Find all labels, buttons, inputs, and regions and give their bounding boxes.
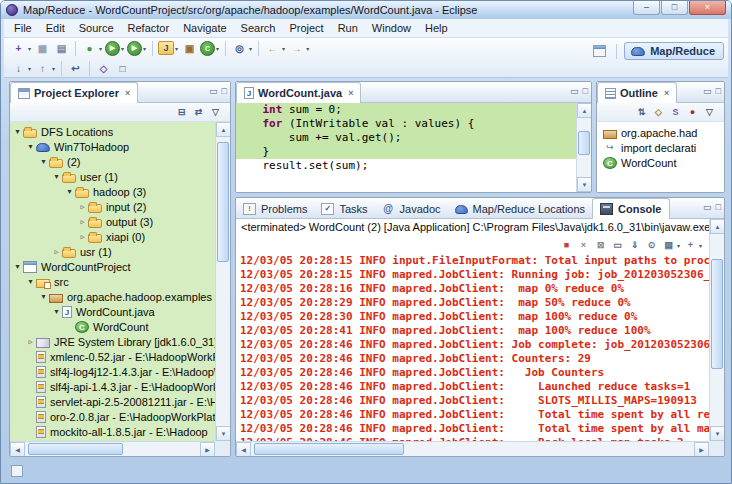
expand-arrow-icon[interactable]: ▹ [25,335,36,349]
close-editor-icon[interactable]: × [348,88,353,98]
outline-item[interactable]: org.apache.had [597,125,724,140]
terminate-icon[interactable]: ■ [559,238,574,253]
pin-console-icon[interactable]: ⊙ [644,238,659,253]
open-type-icon[interactable]: ◇ [95,60,112,77]
search-dropdown-icon[interactable]: ▾ [249,45,252,52]
run-dropdown-icon[interactable]: ▾ [121,45,124,52]
maximize-view-icon[interactable]: □ [716,202,721,212]
title-bar[interactable]: Map/Reduce - WordCountProject/src/org/ap… [1,1,731,19]
statusbar-icon[interactable] [11,465,23,477]
tab-javadoc[interactable]: Javadoc [375,198,448,219]
tree-item[interactable]: slf4j-api-1.4.3.jar - E:\HadoopWork [10,379,215,394]
collapse-arrow-icon[interactable]: ▾ [12,262,23,271]
search-icon[interactable]: ◎ [231,40,248,57]
scroll-left-icon[interactable]: ◀ [236,442,251,457]
tree-item[interactable]: ▾(2) [10,154,215,169]
sort-icon[interactable]: ⇅ [634,105,649,120]
scroll-up-icon[interactable]: ▲ [710,219,725,234]
scroll-lock-icon[interactable]: ⇓ [627,238,642,253]
collapse-all-icon[interactable]: ⊟ [174,105,189,120]
scroll-right-icon[interactable]: ▶ [200,442,215,457]
scroll-right-icon[interactable]: ▶ [694,442,709,457]
tree-item[interactable]: servlet-api-2.5-20081211.jar - E:\Ha [10,394,215,409]
debug-icon[interactable]: ● [81,40,98,57]
expand-arrow-icon[interactable]: ▹ [51,245,62,259]
hide-non-public-members-icon[interactable]: ● [685,105,700,120]
tree-item[interactable]: ▾Win7ToHadoop [10,139,215,154]
view-menu-icon[interactable]: ▽ [702,105,717,120]
code-editor[interactable]: int sum = 0;for (IntWritable val : value… [236,103,576,192]
forward-icon[interactable]: → [288,40,305,57]
open-resource-icon[interactable]: □ [114,60,131,77]
code-line[interactable]: sum += val.get(); [236,131,576,145]
tree-item[interactable]: ▾hadoop (3) [10,184,215,199]
tree-item[interactable]: WordCount [10,319,215,334]
close-view-icon[interactable]: × [125,88,130,98]
menu-project[interactable]: Project [282,20,330,36]
tab-console[interactable]: Console [592,198,669,219]
scroll-up-icon[interactable]: ▲ [577,103,592,118]
display-selected-console-icon[interactable]: ▤ [661,238,676,253]
link-with-editor-icon[interactable]: ⇄ [191,105,206,120]
tree-item[interactable]: ▾org.apache.hadoop.examples [10,289,215,304]
scroll-up-icon[interactable]: ▲ [216,122,231,137]
clear-console-icon[interactable]: ▭ [610,238,625,253]
next-annotation-icon[interactable]: ↓ [10,60,27,77]
open-console-icon[interactable]: + [683,238,698,253]
new-wizard-dropdown-icon[interactable]: ▾ [28,45,31,52]
tree-item[interactable]: ▹input (2) [10,199,215,214]
open-perspective-button[interactable] [591,43,608,60]
back-dropdown-icon[interactable]: ▾ [282,45,285,52]
minimize-view-icon[interactable]: ▭ [703,202,712,212]
last-edit-location-icon[interactable]: ↩ [67,60,84,77]
external-tools-icon[interactable]: ▶ [127,41,142,56]
new-java-class-icon[interactable]: C [200,41,215,56]
close-view-icon[interactable]: × [664,88,669,98]
collapse-arrow-icon[interactable]: ▾ [51,172,62,181]
minimize-button[interactable]: – [633,1,660,15]
collapse-arrow-icon[interactable]: ▾ [38,292,49,301]
hide-static-members-icon[interactable]: S [668,105,683,120]
collapse-arrow-icon[interactable]: ▾ [64,187,75,196]
menu-file[interactable]: File [7,20,39,36]
code-line[interactable]: for (IntWritable val : values) { [236,117,576,131]
tree-item[interactable]: oro-2.0.8.jar - E:\HadoopWorkPlat\ [10,409,215,424]
project-explorer-vscrollbar[interactable]: ▲ ▼ [215,122,230,441]
collapse-arrow-icon[interactable]: ▾ [25,277,36,286]
editor-vscrollbar[interactable]: ▲ ▼ [576,103,591,192]
minimize-view-icon[interactable]: ▭ [703,86,712,96]
previous-annotation-dropdown-icon[interactable]: ▾ [52,65,55,72]
tree-item[interactable]: ▾user (1) [10,169,215,184]
collapse-arrow-icon[interactable]: ▾ [38,157,49,166]
open-console-dropdown-icon[interactable]: ▾ [699,242,702,249]
tree-item[interactable]: mockito-all-1.8.5.jar - E:\Hadoop [10,424,215,439]
tree-item[interactable]: slf4j-log4j12-1.4.3.jar - E:\HadoopW [10,364,215,379]
scroll-down-icon[interactable]: ▼ [710,426,725,441]
scroll-down-icon[interactable]: ▼ [577,177,592,192]
tab-map-reduce-locations[interactable]: Map/Reduce Locations [448,198,593,219]
menu-refactor[interactable]: Refactor [121,20,177,36]
outline-tab[interactable]: Outline × [597,82,677,103]
forward-dropdown-icon[interactable]: ▾ [306,45,309,52]
expand-arrow-icon[interactable]: ▹ [77,230,88,244]
scrollbar-thumb[interactable] [254,443,404,455]
maximize-button[interactable]: □ [661,1,688,15]
tab-tasks[interactable]: Tasks [314,198,374,219]
console-output[interactable]: 12/03/05 20:28:15 INFO input.FileInputFo… [236,254,709,441]
tree-item[interactable]: ▹usr (1) [10,244,215,259]
tree-item[interactable]: ▹output (3) [10,214,215,229]
back-icon[interactable]: ← [264,40,281,57]
previous-annotation-icon[interactable]: ↑ [34,60,51,77]
scroll-down-icon[interactable]: ▼ [216,426,231,441]
outline-item[interactable]: import declarati [597,140,724,155]
remove-launch-icon[interactable]: × [576,238,591,253]
menu-edit[interactable]: Edit [39,20,72,36]
scroll-left-icon[interactable]: ◀ [10,442,25,457]
menu-search[interactable]: Search [234,20,283,36]
tree-item[interactable]: ▾src [10,274,215,289]
tree-item[interactable]: ▹JRE System Library [jdk1.6.0_31] [10,334,215,349]
menu-run[interactable]: Run [331,20,365,36]
code-line[interactable]: int sum = 0; [236,103,576,117]
new-java-project-dropdown-icon[interactable]: ▾ [175,45,178,52]
scrollbar-thumb[interactable] [711,259,723,369]
